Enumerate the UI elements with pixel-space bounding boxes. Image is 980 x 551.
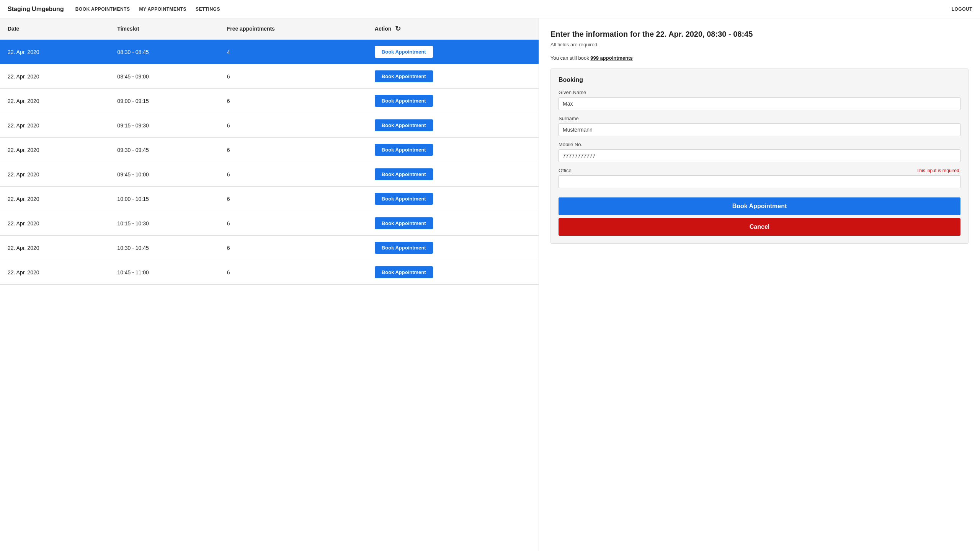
table-row[interactable]: 22. Apr. 202009:30 - 09:456Book Appointm… — [0, 138, 539, 162]
navbar-link-my-appointments[interactable]: MY APPOINTMENTS — [139, 7, 186, 12]
navbar-link-settings[interactable]: SETTINGS — [196, 7, 220, 12]
cell-free: 6 — [219, 138, 367, 162]
col-free-appointments: Free appointments — [219, 18, 367, 39]
cell-action: Book Appointment — [367, 113, 539, 138]
cell-action: Book Appointment — [367, 138, 539, 162]
cell-free: 4 — [219, 39, 367, 64]
cell-timeslot: 10:30 - 10:45 — [109, 236, 219, 260]
cell-free: 6 — [219, 89, 367, 113]
cell-free: 6 — [219, 162, 367, 187]
given-name-input[interactable] — [559, 97, 960, 110]
cell-date: 22. Apr. 2020 — [0, 162, 109, 187]
office-error: This input is required. — [916, 168, 960, 173]
cell-date: 22. Apr. 2020 — [0, 89, 109, 113]
surname-label: Surname — [559, 116, 960, 121]
cell-free: 6 — [219, 113, 367, 138]
cell-date: 22. Apr. 2020 — [0, 260, 109, 285]
cell-date: 22. Apr. 2020 — [0, 138, 109, 162]
appointments-list-panel: Date Timeslot Free appointments Action ↻… — [0, 18, 539, 551]
cancel-button[interactable]: Cancel — [559, 218, 960, 236]
cell-date: 22. Apr. 2020 — [0, 236, 109, 260]
cell-date: 22. Apr. 2020 — [0, 113, 109, 138]
cell-action: Book Appointment — [367, 89, 539, 113]
cell-date: 22. Apr. 2020 — [0, 211, 109, 236]
cell-timeslot: 09:00 - 09:15 — [109, 89, 219, 113]
office-label: Office — [559, 168, 572, 173]
table-row[interactable]: 22. Apr. 202010:30 - 10:456Book Appointm… — [0, 236, 539, 260]
cell-action: Book Appointment — [367, 39, 539, 64]
table-row[interactable]: 22. Apr. 202009:15 - 09:306Book Appointm… — [0, 113, 539, 138]
book-appointment-row-button[interactable]: Book Appointment — [375, 193, 433, 205]
table-row[interactable]: 22. Apr. 202010:45 - 11:006Book Appointm… — [0, 260, 539, 285]
cell-timeslot: 10:00 - 10:15 — [109, 187, 219, 211]
surname-input[interactable] — [559, 123, 960, 136]
book-appointment-row-button[interactable]: Book Appointment — [375, 70, 433, 82]
book-appointment-row-button[interactable]: Book Appointment — [375, 168, 433, 180]
booking-section-title: Booking — [559, 77, 960, 83]
book-appointment-row-button[interactable]: Book Appointment — [375, 46, 433, 58]
refresh-icon[interactable]: ↻ — [395, 24, 401, 33]
mobile-input[interactable] — [559, 149, 960, 162]
cell-timeslot: 09:30 - 09:45 — [109, 138, 219, 162]
appointments-table: Date Timeslot Free appointments Action ↻… — [0, 18, 539, 285]
booking-form-panel: Enter the information for the 22. Apr. 2… — [539, 18, 980, 551]
mobile-label: Mobile No. — [559, 142, 960, 147]
table-row[interactable]: 22. Apr. 202010:00 - 10:156Book Appointm… — [0, 187, 539, 211]
book-appointment-row-button[interactable]: Book Appointment — [375, 144, 433, 156]
cell-date: 22. Apr. 2020 — [0, 39, 109, 64]
form-title: Enter the information for the 22. Apr. 2… — [550, 30, 969, 39]
still-book-text: You can still book 999 appointments — [550, 55, 969, 61]
table-row[interactable]: 22. Apr. 202009:00 - 09:156Book Appointm… — [0, 89, 539, 113]
table-row[interactable]: 22. Apr. 202008:30 - 08:454Book Appointm… — [0, 39, 539, 64]
main-layout: Date Timeslot Free appointments Action ↻… — [0, 18, 980, 551]
given-name-group: Given Name — [559, 90, 960, 110]
cell-action: Book Appointment — [367, 162, 539, 187]
cell-free: 6 — [219, 64, 367, 89]
col-timeslot: Timeslot — [109, 18, 219, 39]
cell-free: 6 — [219, 260, 367, 285]
cell-action: Book Appointment — [367, 187, 539, 211]
cell-free: 6 — [219, 211, 367, 236]
cell-timeslot: 10:15 - 10:30 — [109, 211, 219, 236]
cell-date: 22. Apr. 2020 — [0, 64, 109, 89]
still-book-prefix: You can still book — [550, 55, 590, 61]
book-appointment-row-button[interactable]: Book Appointment — [375, 266, 433, 278]
col-date: Date — [0, 18, 109, 39]
col-action: Action ↻ — [367, 18, 539, 39]
booking-card: Booking Given Name Surname Mobile No. Of… — [550, 68, 969, 244]
table-row[interactable]: 22. Apr. 202009:45 - 10:006Book Appointm… — [0, 162, 539, 187]
cell-timeslot: 09:45 - 10:00 — [109, 162, 219, 187]
cell-timeslot: 08:30 - 08:45 — [109, 39, 219, 64]
given-name-label: Given Name — [559, 90, 960, 95]
surname-group: Surname — [559, 116, 960, 136]
cell-action: Book Appointment — [367, 64, 539, 89]
book-appointment-row-button[interactable]: Book Appointment — [375, 119, 433, 131]
book-appointment-button[interactable]: Book Appointment — [559, 197, 960, 215]
cell-free: 6 — [219, 187, 367, 211]
navbar-link-book-appointments[interactable]: BOOK APPOINTMENTS — [75, 7, 130, 12]
cell-free: 6 — [219, 236, 367, 260]
cell-timeslot: 08:45 - 09:00 — [109, 64, 219, 89]
cell-date: 22. Apr. 2020 — [0, 187, 109, 211]
book-appointment-row-button[interactable]: Book Appointment — [375, 217, 433, 229]
cell-action: Book Appointment — [367, 260, 539, 285]
form-subtitle: All fields are required. — [550, 42, 969, 47]
cell-action: Book Appointment — [367, 211, 539, 236]
cell-timeslot: 09:15 - 09:30 — [109, 113, 219, 138]
book-appointment-row-button[interactable]: Book Appointment — [375, 242, 433, 254]
table-header-row: Date Timeslot Free appointments Action ↻ — [0, 18, 539, 39]
still-book-count[interactable]: 999 appointments — [590, 55, 633, 61]
cell-timeslot: 10:45 - 11:00 — [109, 260, 219, 285]
table-row[interactable]: 22. Apr. 202010:15 - 10:306Book Appointm… — [0, 211, 539, 236]
cell-action: Book Appointment — [367, 236, 539, 260]
office-input[interactable] — [559, 175, 960, 188]
navbar-links: BOOK APPOINTMENTS MY APPOINTMENTS SETTIN… — [75, 7, 952, 12]
logout-button[interactable]: LOGOUT — [952, 7, 972, 12]
mobile-group: Mobile No. — [559, 142, 960, 162]
office-group: Office This input is required. — [559, 168, 960, 188]
table-row[interactable]: 22. Apr. 202008:45 - 09:006Book Appointm… — [0, 64, 539, 89]
navbar: Staging Umgebung BOOK APPOINTMENTS MY AP… — [0, 0, 980, 18]
navbar-brand: Staging Umgebung — [8, 6, 64, 13]
book-appointment-row-button[interactable]: Book Appointment — [375, 95, 433, 107]
